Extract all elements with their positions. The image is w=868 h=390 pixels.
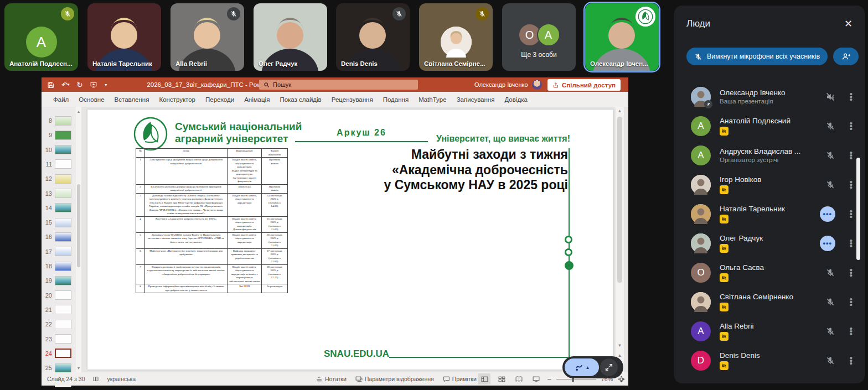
more-options-icon[interactable]: •••: [850, 180, 852, 189]
thumbnail-preview[interactable]: [55, 116, 71, 126]
video-tile[interactable]: AАнатолій Подлєсн...: [4, 3, 78, 71]
slide-thumbnail[interactable]: 9: [42, 128, 76, 142]
comments-button[interactable]: Примітки: [443, 376, 477, 382]
video-tile[interactable]: Denis Denis: [336, 3, 410, 71]
tab-вставлення[interactable]: Вставлення: [110, 92, 154, 107]
slide-thumbnail[interactable]: 17: [42, 245, 76, 259]
fit-to-window-icon[interactable]: [618, 376, 625, 383]
slide-scrollbar[interactable]: ▲ ▼ ▲ ▼: [616, 107, 624, 372]
thumbnail-preview[interactable]: [55, 131, 71, 140]
scroll-down-icon[interactable]: ▼: [616, 341, 624, 350]
tab-основне[interactable]: Основне: [74, 92, 109, 107]
tab-показ-слайдів[interactable]: Показ слайдів: [275, 92, 326, 107]
participant-row[interactable]: AAlla Rebrii•••: [674, 316, 865, 346]
tab-подання[interactable]: Подання: [378, 92, 414, 107]
slide-thumbnail[interactable]: 23: [42, 332, 76, 346]
slide-thumbnail[interactable]: 21: [42, 303, 76, 317]
thumbnail-preview[interactable]: [55, 349, 71, 358]
participant-row[interactable]: Ігор Новіков•••: [674, 170, 865, 199]
tab-переходи[interactable]: Переходи: [200, 92, 239, 107]
slide-thumbnail[interactable]: 18: [42, 259, 76, 273]
laser-options-caret[interactable]: ▲: [586, 365, 590, 370]
thumb-scroll-up-icon[interactable]: ▲: [76, 108, 81, 115]
thumbnail-preview[interactable]: [55, 232, 71, 242]
slide-thumbnail[interactable]: 8: [42, 113, 76, 128]
tab-записування[interactable]: Записування: [452, 92, 500, 107]
participant-row[interactable]: AАндрусяк Владислав ...Організатор зустр…: [674, 141, 865, 170]
thumbnail-preview[interactable]: [55, 290, 71, 300]
qat-customize-icon[interactable]: ▾: [105, 82, 107, 87]
more-options-icon[interactable]: •••: [850, 327, 852, 335]
participant-row[interactable]: Олександр ІвченкоВаша презентація•••: [674, 82, 865, 111]
account-area[interactable]: Олександр Івченко: [474, 77, 542, 92]
participant-row[interactable]: OОльга Саєва•••: [674, 258, 865, 287]
video-tile[interactable]: Світлана Семірне...: [419, 3, 493, 71]
participant-row[interactable]: Світлана Семірненко•••: [674, 287, 865, 316]
slide-thumbnail[interactable]: 11: [42, 157, 76, 171]
thumbnail-preview[interactable]: [55, 145, 71, 154]
slide-thumbnail[interactable]: 10: [42, 143, 76, 157]
thumbnail-preview[interactable]: [55, 203, 71, 212]
thumb-scrollbar-thumb[interactable]: [77, 184, 80, 267]
more-options-icon[interactable]: •••: [850, 122, 852, 130]
normal-view-button[interactable]: [478, 373, 490, 384]
slide-thumbnail[interactable]: 14: [42, 201, 76, 215]
participant-row[interactable]: Наталія Тарельник••••••: [674, 199, 865, 228]
thumbnail-preview[interactable]: [55, 276, 71, 285]
participant-row[interactable]: AАнатолій Подлєсний•••: [674, 111, 865, 141]
more-options-icon[interactable]: •••: [850, 268, 852, 277]
slide-thumbnail[interactable]: 20: [42, 288, 76, 303]
thumbnail-preview[interactable]: [55, 174, 71, 184]
share-button[interactable]: Спільний доступ: [547, 79, 621, 91]
slide-sorter-view-button[interactable]: [495, 373, 508, 384]
video-tile[interactable]: Alla Rebrii: [170, 3, 244, 71]
thumbnail-preview[interactable]: [55, 262, 71, 271]
save-icon[interactable]: [47, 81, 54, 89]
thumbnail-preview[interactable]: [55, 305, 71, 314]
scrollbar-thumb[interactable]: [617, 117, 622, 283]
tab-конструктор[interactable]: Конструктор: [154, 92, 200, 107]
panel-scrollbar[interactable]: [856, 158, 860, 260]
more-options-icon[interactable]: •••: [850, 92, 852, 101]
slide-thumbnail[interactable]: 24: [42, 346, 76, 361]
add-people-button[interactable]: [833, 48, 859, 65]
thumbnail-scrollbar[interactable]: ▲ ▼: [76, 107, 81, 372]
language-indicator[interactable]: українська: [107, 376, 136, 382]
start-slideshow-icon[interactable]: [90, 81, 97, 89]
zoom-slider[interactable]: [556, 379, 596, 379]
mute-all-button[interactable]: Вимкнути мікрофони всіх учасників: [686, 48, 828, 65]
thumbnail-preview[interactable]: [55, 189, 71, 198]
tab-довідка[interactable]: Довідка: [499, 92, 532, 107]
more-options-icon[interactable]: •••: [850, 210, 852, 218]
scroll-up-icon[interactable]: ▲: [616, 107, 624, 115]
thumbnail-preview[interactable]: [55, 363, 71, 373]
tab-файл[interactable]: Файл: [48, 92, 74, 107]
video-tile[interactable]: Олександр Івчен...: [585, 3, 659, 71]
close-panel-icon[interactable]: ✕: [844, 18, 852, 30]
thumbnail-preview[interactable]: [55, 334, 71, 344]
participant-row[interactable]: Олег Радчук••••••: [674, 228, 865, 258]
search-box[interactable]: Пошук: [259, 80, 418, 90]
fullscreen-button[interactable]: [600, 358, 618, 376]
video-tile[interactable]: Олег Радчук: [254, 3, 327, 71]
slideshow-view-button[interactable]: [530, 373, 542, 384]
undo-icon[interactable]: ↶▾: [61, 81, 69, 89]
more-options-icon[interactable]: •••: [850, 151, 852, 159]
more-options-icon[interactable]: •••: [850, 298, 852, 306]
slide-thumbnail[interactable]: 19: [42, 273, 76, 288]
participant-row[interactable]: DDenis Denis•••: [674, 346, 865, 375]
display-settings-button[interactable]: Параметри відображення: [355, 376, 434, 382]
slide-thumbnail[interactable]: 12: [42, 171, 76, 186]
slide-thumbnail[interactable]: 22: [42, 317, 76, 331]
video-tile[interactable]: OAЩе 3 особи: [502, 3, 576, 71]
spellcheck-icon[interactable]: [92, 376, 99, 382]
more-options-icon[interactable]: •••: [850, 239, 852, 247]
tab-анімація[interactable]: Анімація: [239, 92, 275, 107]
zoom-out-button[interactable]: −: [547, 375, 551, 383]
more-options-icon[interactable]: •••: [850, 356, 852, 365]
slide-thumbnail[interactable]: 15: [42, 215, 76, 230]
thumb-scroll-down-icon[interactable]: ▼: [76, 365, 81, 371]
slide-thumbnail[interactable]: 13: [42, 186, 76, 201]
thumbnail-preview[interactable]: [55, 247, 71, 256]
tab-рецензування[interactable]: Рецензування: [327, 92, 378, 107]
